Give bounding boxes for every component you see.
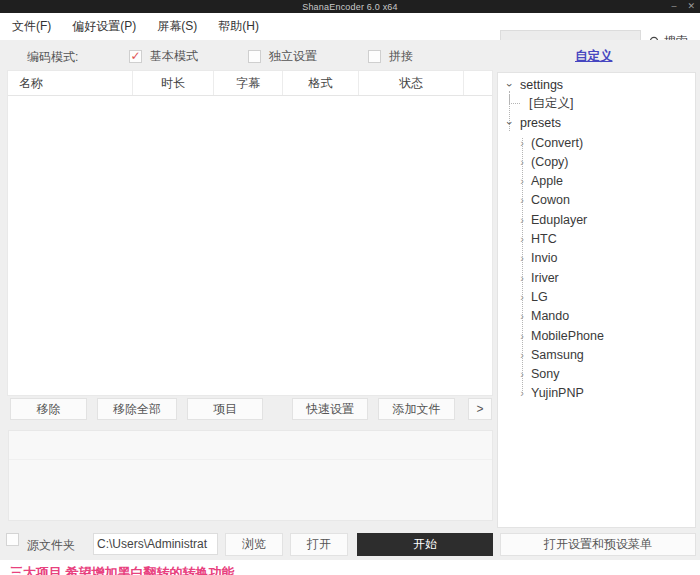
browse-button[interactable]: 浏览 [225,533,283,556]
progress-area [9,431,492,460]
chevron-right-icon[interactable]: › [517,349,527,361]
chevron-right-icon[interactable]: › [517,368,527,380]
tree-item-yujinpnp[interactable]: › YujinPNP [498,384,695,403]
tree-item-eduplayer[interactable]: › Eduplayer [498,210,695,229]
tree-item-lg[interactable]: › LG [498,287,695,306]
chevron-right-icon[interactable]: › [517,233,527,245]
expand-more-button[interactable]: > [468,398,492,420]
tree-item-htc[interactable]: › HTC [498,229,695,248]
status-bar: 三大项目 希望增加黑白翻转的转换功能 [0,560,700,575]
tree-item-sony[interactable]: › Sony [498,364,695,383]
tree-item-mobilephone[interactable]: › MobilePhone [498,326,695,345]
checkbox-unchecked-icon [248,50,261,63]
tree-item-iriver[interactable]: › Iriver [498,268,695,287]
encoding-mode-label: 编码模式: [27,49,78,66]
checkbox-unchecked-icon [368,50,381,63]
chevron-right-icon[interactable]: › [517,214,527,226]
window-controls: – ✕ [671,0,695,13]
start-button[interactable]: 开始 [357,533,493,556]
source-folder-label: 源文件夹 [27,537,75,554]
notice-text: 三大项目 希望增加黑白翻转的转换功能 [10,564,235,575]
project-button[interactable]: 项目 [187,398,263,420]
remove-all-button[interactable]: 移除全部 [97,398,177,420]
add-file-button[interactable]: 添加文件 [378,398,455,420]
column-duration[interactable]: 时长 [133,71,214,95]
basic-mode-label: 基本模式 [150,48,198,65]
menu-preferences[interactable]: 偏好设置(P) [72,18,136,35]
titlebar: ShanaEncoder 6.0 x64 – ✕ [0,0,700,13]
chevron-right-icon[interactable]: › [517,194,527,206]
checkbox-independent-settings[interactable]: 独立设置 [248,48,317,65]
chevron-down-icon[interactable]: › [504,118,516,128]
tree-item-custom[interactable]: [自定义] [498,94,695,113]
chevron-right-icon[interactable]: › [517,330,527,342]
open-button[interactable]: 打开 [290,533,348,556]
tree-item-apple[interactable]: › Apple [498,171,695,190]
chevron-right-icon[interactable]: › [517,310,527,322]
presets-tree-panel: › settings [自定义] › presets › (Convert) ›… [497,72,696,528]
tree-rows: › settings [自定义] › presets › (Convert) ›… [498,75,695,403]
checkbox-basic-mode[interactable]: ✓ 基本模式 [129,48,198,65]
close-icon[interactable]: ✕ [687,0,695,13]
tree-item-mando[interactable]: › Mando [498,307,695,326]
chevron-right-icon[interactable]: › [517,175,527,187]
menu-items: 文件(F) 偏好设置(P) 屏幕(S) 帮助(H) [12,13,259,40]
minimize-icon[interactable]: – [671,0,676,13]
open-settings-presets-menu-button[interactable]: 打开设置和预设菜单 [500,533,696,556]
tree-item-samsung[interactable]: › Samsung [498,345,695,364]
tree-item-settings[interactable]: › settings [498,75,695,94]
file-list-table: 名称 时长 字幕 格式 状态 [7,70,493,396]
column-subtitle[interactable]: 字幕 [214,71,283,95]
chevron-right-icon[interactable]: › [517,387,527,399]
tree-item-invio[interactable]: › Invio [498,249,695,268]
tree-item-convert[interactable]: › (Convert) [498,133,695,152]
tree-item-copy[interactable]: › (Copy) [498,152,695,171]
file-list-header: 名称 时长 字幕 格式 状态 [8,71,492,96]
chevron-down-icon[interactable]: › [504,80,516,90]
remove-button[interactable]: 移除 [10,398,87,420]
custom-link[interactable]: 自定义 [575,48,613,65]
chevron-right-icon[interactable]: › [517,291,527,303]
column-format[interactable]: 格式 [283,71,359,95]
menubar: 文件(F) 偏好设置(P) 屏幕(S) 帮助(H) 搜索 [0,13,700,40]
window-title: ShanaEncoder 6.0 x64 [302,2,398,12]
log-area [8,430,493,521]
encoding-mode-row: 编码模式: ✓ 基本模式 独立设置 拼接 自定义 [0,40,700,70]
menu-file[interactable]: 文件(F) [12,18,51,35]
file-list-body [8,96,492,395]
tree-item-cowon[interactable]: › Cowon [498,191,695,210]
chevron-right-icon[interactable]: › [517,137,527,149]
checkbox-concat[interactable]: 拼接 [368,48,413,65]
bottom-bar: 源文件夹 浏览 打开 开始 打开设置和预设菜单 [0,528,700,560]
menu-help[interactable]: 帮助(H) [218,18,259,35]
menu-screen[interactable]: 屏幕(S) [157,18,197,35]
checkbox-checked-icon: ✓ [129,50,142,63]
chevron-right-icon[interactable]: › [517,156,527,168]
app-window: ShanaEncoder 6.0 x64 – ✕ 文件(F) 偏好设置(P) 屏… [0,0,700,575]
concat-label: 拼接 [389,48,413,65]
source-folder-checkbox[interactable] [6,533,19,546]
chevron-right-icon[interactable]: › [517,252,527,264]
column-name[interactable]: 名称 [8,71,133,95]
independent-settings-label: 独立设置 [269,48,317,65]
quick-settings-button[interactable]: 快速设置 [292,398,368,420]
chevron-right-icon[interactable]: › [517,272,527,284]
output-path-input[interactable] [93,533,218,555]
tree-item-presets[interactable]: › presets [498,114,695,133]
column-extra [464,71,492,95]
column-status[interactable]: 状态 [359,71,464,95]
